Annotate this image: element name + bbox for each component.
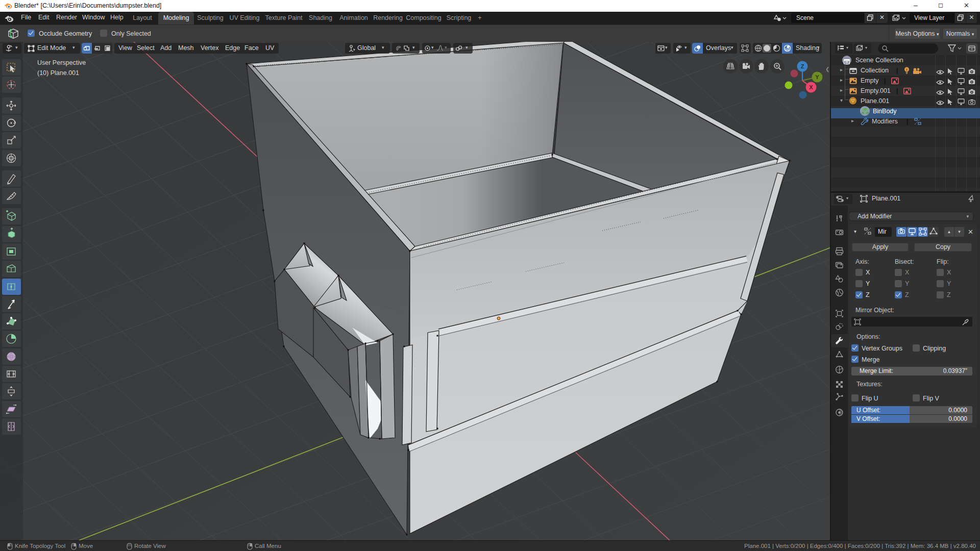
svg-text:X: X — [809, 84, 813, 90]
svg-text:Y: Y — [815, 74, 819, 80]
svg-text:❮: ❮ — [825, 66, 829, 72]
svg-text:Z: Z — [801, 63, 804, 69]
